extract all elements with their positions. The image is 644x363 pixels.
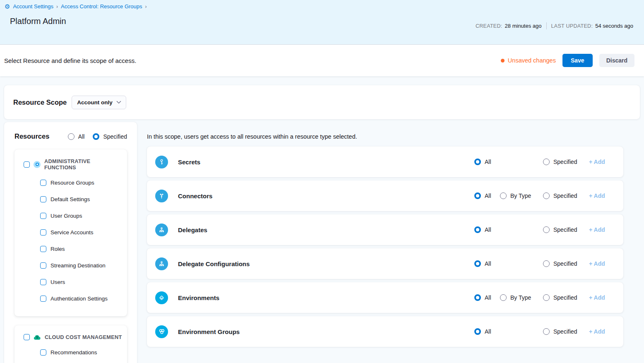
unsaved-dot-icon <box>501 59 505 63</box>
radio-specified[interactable]: Specified <box>543 159 577 165</box>
resource-tree: ADMINISTRATIVE FUNCTIONS Resource Groups… <box>4 149 137 363</box>
item-label: Resource Groups <box>50 180 94 186</box>
item-checkbox[interactable] <box>40 229 46 236</box>
svg-text:$: $ <box>36 335 38 339</box>
resource-row-label: Connectors <box>178 192 212 200</box>
settings-gear-icon: ⚙ <box>5 3 10 10</box>
resource-tree-item[interactable]: User Groups <box>40 207 124 224</box>
radio-all[interactable]: All <box>474 226 491 233</box>
meta-divider <box>546 22 547 29</box>
radio-selected-icon[interactable] <box>474 294 481 301</box>
item-label: User Groups <box>50 213 82 219</box>
created-value: 28 minutes ago <box>505 23 542 29</box>
save-button[interactable]: Save <box>562 54 593 67</box>
item-label: Recommendations <box>50 349 97 356</box>
radio-selected-icon[interactable] <box>474 159 481 165</box>
resource-tree-item[interactable]: Service Accounts <box>40 224 124 240</box>
resource-tree-item[interactable]: Roles <box>40 240 124 257</box>
created-label: CREATED: <box>476 23 502 29</box>
resources-radio-specified[interactable]: Specified <box>93 133 127 140</box>
item-checkbox[interactable] <box>40 213 46 219</box>
radio-icon[interactable] <box>500 294 507 301</box>
item-label: Users <box>50 279 65 285</box>
radio-all[interactable]: All <box>474 328 491 335</box>
breadcrumb-resource-groups[interactable]: Access Control: Resource Groups <box>61 3 142 10</box>
group-label: CLOUD COST MANAGEMENT <box>45 334 122 340</box>
group-label: ADMINISTRATIVE FUNCTIONS <box>44 158 124 171</box>
add-resources-link[interactable]: + Add <box>589 260 605 267</box>
resource-tree-item[interactable]: Resource Groups <box>40 174 124 191</box>
delegate-icon <box>155 224 168 236</box>
resource-rows: Secrets AllSpecified+ Add Connectors All… <box>147 147 640 347</box>
add-resources-link[interactable]: + Add <box>589 159 605 165</box>
resource-tree-item[interactable]: Default Settings <box>40 191 124 207</box>
radio-icon[interactable] <box>543 294 550 301</box>
radio-all[interactable]: All <box>474 260 491 267</box>
radio-by-type[interactable]: By Type <box>500 192 531 199</box>
radio-icon[interactable] <box>543 226 550 233</box>
unsaved-changes-label: Unsaved changes <box>508 57 556 64</box>
resource-row: Delegates AllSpecified+ Add <box>147 214 623 245</box>
delegate-icon <box>155 257 168 270</box>
radio-selected-icon[interactable] <box>474 192 481 199</box>
item-checkbox[interactable] <box>40 279 46 285</box>
radio-selected-icon[interactable] <box>474 260 481 267</box>
resources-panel: Resources All Specified ADMINISTRATIVE F… <box>4 122 137 363</box>
add-resources-link[interactable]: + Add <box>589 294 605 301</box>
breadcrumb: ⚙ Account Settings › Access Control: Res… <box>5 3 633 10</box>
radio-by-type[interactable]: By Type <box>500 294 531 301</box>
group-items: Recommendations Anomalies <box>40 344 124 363</box>
item-checkbox[interactable] <box>40 349 46 356</box>
resource-group-header[interactable]: $ CLOUD COST MANAGEMENT <box>24 334 124 340</box>
discard-button[interactable]: Discard <box>599 54 634 67</box>
resource-tree-item[interactable]: Users <box>40 274 124 290</box>
radio-selected-icon[interactable] <box>474 328 481 335</box>
resource-tree-item[interactable]: Recommendations <box>40 344 124 361</box>
resource-tree-item[interactable]: Anomalies <box>40 361 124 363</box>
resource-row: Connectors AllBy TypeSpecified+ Add <box>147 180 623 211</box>
last-updated-label: LAST UPDATED: <box>551 23 593 29</box>
scope-intro-text: In this scope, users get access to all r… <box>147 133 640 140</box>
resource-tree-item[interactable]: Streaming Destination <box>40 257 124 274</box>
radio-specified[interactable]: Specified <box>543 328 577 335</box>
resource-tree-item[interactable]: Authentication Settings <box>40 290 124 307</box>
radio-icon[interactable] <box>543 328 550 335</box>
item-checkbox[interactable] <box>40 196 46 202</box>
radio-all[interactable]: All <box>474 159 491 165</box>
resource-row: Secrets AllSpecified+ Add <box>147 147 623 177</box>
radio-icon[interactable] <box>543 192 550 199</box>
breadcrumb-account-settings[interactable]: Account Settings <box>13 3 53 10</box>
radio-specified[interactable]: Specified <box>543 294 577 301</box>
add-resources-link[interactable]: + Add <box>589 192 605 199</box>
connector-icon <box>155 190 168 202</box>
resource-group-header[interactable]: ADMINISTRATIVE FUNCTIONS <box>24 158 124 171</box>
unsaved-changes-badge: Unsaved changes <box>501 57 556 64</box>
radio-icon[interactable] <box>68 133 74 140</box>
radio-specified[interactable]: Specified <box>543 226 577 233</box>
group-checkbox[interactable] <box>24 334 30 340</box>
resource-scope-select[interactable]: Account only <box>72 96 126 109</box>
resources-radio-all[interactable]: All <box>68 133 85 140</box>
item-checkbox[interactable] <box>40 296 46 302</box>
radio-icon[interactable] <box>500 192 507 199</box>
item-checkbox[interactable] <box>40 180 46 186</box>
radio-all[interactable]: All <box>474 192 491 199</box>
group-checkbox[interactable] <box>24 161 30 168</box>
add-resources-link[interactable]: + Add <box>589 226 605 233</box>
item-checkbox[interactable] <box>40 246 46 252</box>
radio-all[interactable]: All <box>474 294 491 301</box>
radio-icon[interactable] <box>543 159 550 165</box>
item-checkbox[interactable] <box>40 262 46 269</box>
radio-icon[interactable] <box>543 260 550 267</box>
resource-row-label: Delegate Configurations <box>178 260 250 267</box>
resource-group-section: $ CLOUD COST MANAGEMENT Recommendations … <box>14 325 127 363</box>
item-label: Authentication Settings <box>50 296 108 302</box>
radio-specified[interactable]: Specified <box>543 260 577 267</box>
radio-selected-icon[interactable] <box>93 133 99 140</box>
cloud-cost-icon: $ <box>34 334 41 340</box>
add-resources-link[interactable]: + Add <box>589 328 605 335</box>
resource-row: Delegate Configurations AllSpecified+ Ad… <box>147 248 623 279</box>
radio-selected-icon[interactable] <box>474 226 481 233</box>
item-label: Default Settings <box>50 196 90 202</box>
radio-specified[interactable]: Specified <box>543 192 577 199</box>
